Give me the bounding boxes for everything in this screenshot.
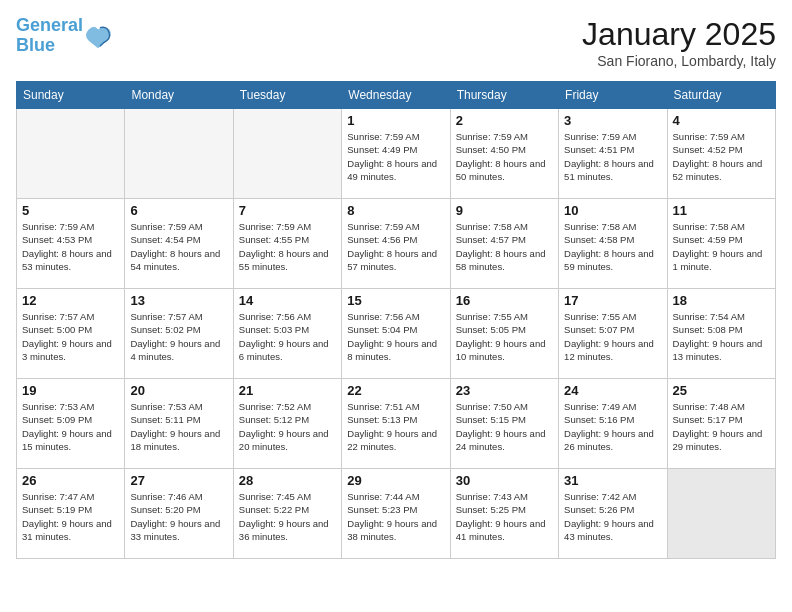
calendar-cell: 16Sunrise: 7:55 AMSunset: 5:05 PMDayligh…	[450, 289, 558, 379]
calendar-cell: 31Sunrise: 7:42 AMSunset: 5:26 PMDayligh…	[559, 469, 667, 559]
calendar-cell: 20Sunrise: 7:53 AMSunset: 5:11 PMDayligh…	[125, 379, 233, 469]
title-block: January 2025 San Fiorano, Lombardy, Ital…	[582, 16, 776, 69]
day-info: Sunrise: 7:51 AMSunset: 5:13 PMDaylight:…	[347, 400, 444, 453]
calendar-cell	[667, 469, 775, 559]
day-number: 19	[22, 383, 119, 398]
calendar-cell	[125, 109, 233, 199]
day-number: 13	[130, 293, 227, 308]
calendar-cell: 5Sunrise: 7:59 AMSunset: 4:53 PMDaylight…	[17, 199, 125, 289]
day-info: Sunrise: 7:58 AMSunset: 4:57 PMDaylight:…	[456, 220, 553, 273]
day-info: Sunrise: 7:42 AMSunset: 5:26 PMDaylight:…	[564, 490, 661, 543]
col-header-monday: Monday	[125, 82, 233, 109]
calendar-cell: 23Sunrise: 7:50 AMSunset: 5:15 PMDayligh…	[450, 379, 558, 469]
day-number: 22	[347, 383, 444, 398]
day-number: 21	[239, 383, 336, 398]
day-info: Sunrise: 7:52 AMSunset: 5:12 PMDaylight:…	[239, 400, 336, 453]
day-number: 27	[130, 473, 227, 488]
day-info: Sunrise: 7:59 AMSunset: 4:49 PMDaylight:…	[347, 130, 444, 183]
day-info: Sunrise: 7:55 AMSunset: 5:07 PMDaylight:…	[564, 310, 661, 363]
calendar-cell: 12Sunrise: 7:57 AMSunset: 5:00 PMDayligh…	[17, 289, 125, 379]
calendar-cell: 19Sunrise: 7:53 AMSunset: 5:09 PMDayligh…	[17, 379, 125, 469]
calendar-cell: 11Sunrise: 7:58 AMSunset: 4:59 PMDayligh…	[667, 199, 775, 289]
day-number: 2	[456, 113, 553, 128]
day-number: 16	[456, 293, 553, 308]
day-info: Sunrise: 7:59 AMSunset: 4:53 PMDaylight:…	[22, 220, 119, 273]
col-header-saturday: Saturday	[667, 82, 775, 109]
day-number: 24	[564, 383, 661, 398]
calendar-cell: 6Sunrise: 7:59 AMSunset: 4:54 PMDaylight…	[125, 199, 233, 289]
col-header-thursday: Thursday	[450, 82, 558, 109]
calendar-cell: 2Sunrise: 7:59 AMSunset: 4:50 PMDaylight…	[450, 109, 558, 199]
day-info: Sunrise: 7:59 AMSunset: 4:51 PMDaylight:…	[564, 130, 661, 183]
day-number: 8	[347, 203, 444, 218]
calendar-cell	[17, 109, 125, 199]
logo-icon	[85, 22, 113, 50]
day-number: 29	[347, 473, 444, 488]
col-header-tuesday: Tuesday	[233, 82, 341, 109]
day-info: Sunrise: 7:48 AMSunset: 5:17 PMDaylight:…	[673, 400, 770, 453]
day-info: Sunrise: 7:54 AMSunset: 5:08 PMDaylight:…	[673, 310, 770, 363]
calendar-week-row: 5Sunrise: 7:59 AMSunset: 4:53 PMDaylight…	[17, 199, 776, 289]
calendar-cell: 22Sunrise: 7:51 AMSunset: 5:13 PMDayligh…	[342, 379, 450, 469]
logo: General Blue	[16, 16, 113, 56]
calendar-cell: 24Sunrise: 7:49 AMSunset: 5:16 PMDayligh…	[559, 379, 667, 469]
day-number: 18	[673, 293, 770, 308]
col-header-sunday: Sunday	[17, 82, 125, 109]
calendar-cell: 10Sunrise: 7:58 AMSunset: 4:58 PMDayligh…	[559, 199, 667, 289]
calendar-header-row: SundayMondayTuesdayWednesdayThursdayFrid…	[17, 82, 776, 109]
calendar-cell: 13Sunrise: 7:57 AMSunset: 5:02 PMDayligh…	[125, 289, 233, 379]
day-number: 11	[673, 203, 770, 218]
day-info: Sunrise: 7:49 AMSunset: 5:16 PMDaylight:…	[564, 400, 661, 453]
calendar-table: SundayMondayTuesdayWednesdayThursdayFrid…	[16, 81, 776, 559]
day-number: 9	[456, 203, 553, 218]
col-header-wednesday: Wednesday	[342, 82, 450, 109]
day-number: 26	[22, 473, 119, 488]
calendar-cell: 28Sunrise: 7:45 AMSunset: 5:22 PMDayligh…	[233, 469, 341, 559]
day-info: Sunrise: 7:53 AMSunset: 5:11 PMDaylight:…	[130, 400, 227, 453]
calendar-week-row: 1Sunrise: 7:59 AMSunset: 4:49 PMDaylight…	[17, 109, 776, 199]
calendar-cell: 30Sunrise: 7:43 AMSunset: 5:25 PMDayligh…	[450, 469, 558, 559]
day-number: 15	[347, 293, 444, 308]
day-info: Sunrise: 7:43 AMSunset: 5:25 PMDaylight:…	[456, 490, 553, 543]
day-number: 25	[673, 383, 770, 398]
calendar-cell: 18Sunrise: 7:54 AMSunset: 5:08 PMDayligh…	[667, 289, 775, 379]
logo-text: General Blue	[16, 16, 83, 56]
calendar-cell: 7Sunrise: 7:59 AMSunset: 4:55 PMDaylight…	[233, 199, 341, 289]
calendar-week-row: 19Sunrise: 7:53 AMSunset: 5:09 PMDayligh…	[17, 379, 776, 469]
month-title: January 2025	[582, 16, 776, 53]
calendar-cell: 17Sunrise: 7:55 AMSunset: 5:07 PMDayligh…	[559, 289, 667, 379]
calendar-cell	[233, 109, 341, 199]
calendar-cell: 27Sunrise: 7:46 AMSunset: 5:20 PMDayligh…	[125, 469, 233, 559]
calendar-cell: 26Sunrise: 7:47 AMSunset: 5:19 PMDayligh…	[17, 469, 125, 559]
day-number: 17	[564, 293, 661, 308]
day-number: 4	[673, 113, 770, 128]
day-info: Sunrise: 7:59 AMSunset: 4:54 PMDaylight:…	[130, 220, 227, 273]
calendar-cell: 1Sunrise: 7:59 AMSunset: 4:49 PMDaylight…	[342, 109, 450, 199]
calendar-cell: 15Sunrise: 7:56 AMSunset: 5:04 PMDayligh…	[342, 289, 450, 379]
calendar-cell: 4Sunrise: 7:59 AMSunset: 4:52 PMDaylight…	[667, 109, 775, 199]
day-number: 10	[564, 203, 661, 218]
calendar-cell: 3Sunrise: 7:59 AMSunset: 4:51 PMDaylight…	[559, 109, 667, 199]
day-number: 20	[130, 383, 227, 398]
day-info: Sunrise: 7:58 AMSunset: 4:59 PMDaylight:…	[673, 220, 770, 273]
page-header: General Blue January 2025 San Fiorano, L…	[16, 16, 776, 69]
calendar-cell: 29Sunrise: 7:44 AMSunset: 5:23 PMDayligh…	[342, 469, 450, 559]
day-info: Sunrise: 7:57 AMSunset: 5:00 PMDaylight:…	[22, 310, 119, 363]
day-number: 1	[347, 113, 444, 128]
day-info: Sunrise: 7:59 AMSunset: 4:56 PMDaylight:…	[347, 220, 444, 273]
day-number: 12	[22, 293, 119, 308]
day-info: Sunrise: 7:59 AMSunset: 4:52 PMDaylight:…	[673, 130, 770, 183]
day-info: Sunrise: 7:56 AMSunset: 5:04 PMDaylight:…	[347, 310, 444, 363]
day-info: Sunrise: 7:59 AMSunset: 4:55 PMDaylight:…	[239, 220, 336, 273]
day-number: 3	[564, 113, 661, 128]
location-title: San Fiorano, Lombardy, Italy	[582, 53, 776, 69]
calendar-cell: 25Sunrise: 7:48 AMSunset: 5:17 PMDayligh…	[667, 379, 775, 469]
day-info: Sunrise: 7:56 AMSunset: 5:03 PMDaylight:…	[239, 310, 336, 363]
day-number: 30	[456, 473, 553, 488]
calendar-week-row: 12Sunrise: 7:57 AMSunset: 5:00 PMDayligh…	[17, 289, 776, 379]
day-info: Sunrise: 7:44 AMSunset: 5:23 PMDaylight:…	[347, 490, 444, 543]
day-number: 31	[564, 473, 661, 488]
day-info: Sunrise: 7:53 AMSunset: 5:09 PMDaylight:…	[22, 400, 119, 453]
day-number: 5	[22, 203, 119, 218]
calendar-cell: 14Sunrise: 7:56 AMSunset: 5:03 PMDayligh…	[233, 289, 341, 379]
